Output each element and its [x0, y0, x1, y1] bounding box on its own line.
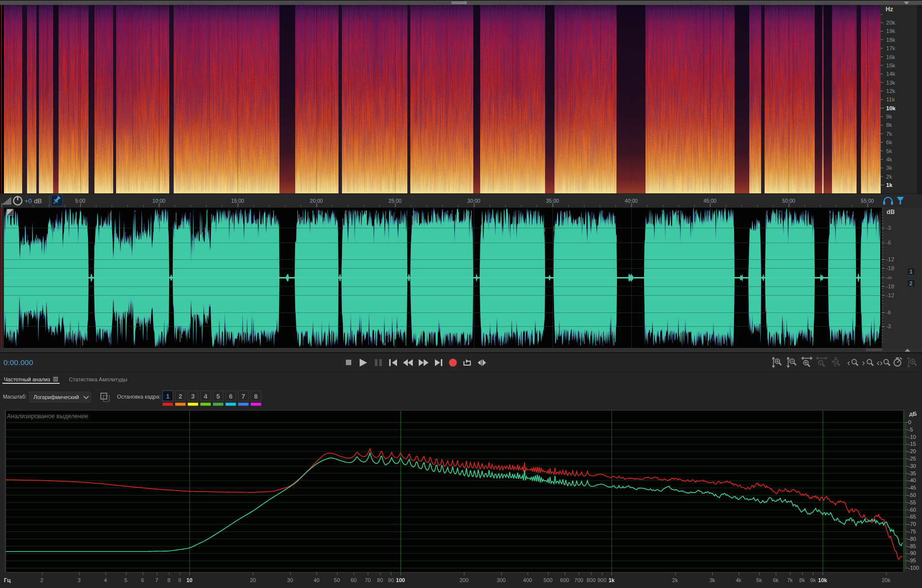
svg-text:8: 8 — [254, 393, 258, 400]
svg-text:9k: 9k — [886, 114, 892, 120]
svg-text:500: 500 — [544, 577, 553, 583]
svg-text:4k: 4k — [736, 577, 741, 583]
svg-text:3: 3 — [78, 577, 81, 583]
svg-text:6: 6 — [141, 577, 144, 583]
svg-text:-∞: -∞ — [886, 275, 892, 280]
svg-text:dB: dB — [887, 209, 895, 216]
svg-text:30: 30 — [287, 577, 293, 583]
svg-text:2: 2 — [909, 280, 912, 286]
svg-text:-30: -30 — [908, 463, 916, 469]
svg-text:5: 5 — [216, 393, 220, 400]
svg-text:-3: -3 — [886, 225, 891, 231]
svg-text:100: 100 — [396, 577, 405, 583]
svg-text:400: 400 — [523, 577, 532, 583]
svg-text:16k: 16k — [886, 54, 895, 60]
svg-text:18k: 18k — [886, 37, 895, 43]
svg-text:19k: 19k — [886, 28, 895, 34]
svg-text:8: 8 — [167, 577, 170, 583]
svg-text:-18: -18 — [886, 265, 894, 271]
svg-text:7k: 7k — [787, 577, 793, 583]
svg-text:-20: -20 — [908, 448, 916, 454]
svg-text:Масштаб:: Масштаб: — [3, 394, 27, 400]
svg-text:-55: -55 — [908, 499, 916, 505]
svg-text:300: 300 — [497, 577, 506, 583]
svg-text:15k: 15k — [886, 62, 895, 68]
svg-text:1k: 1k — [609, 577, 615, 583]
svg-text:-60: -60 — [908, 507, 916, 513]
svg-text:3: 3 — [191, 393, 195, 400]
svg-text:1k: 1k — [886, 182, 892, 188]
svg-text:дБ: дБ — [909, 411, 917, 417]
svg-text:800: 800 — [586, 577, 595, 583]
svg-text:3k: 3k — [709, 577, 715, 583]
svg-text:-90: -90 — [908, 550, 916, 556]
svg-text:35:00: 35:00 — [546, 198, 559, 204]
svg-text:-65: -65 — [908, 514, 916, 520]
svg-text:10: 10 — [186, 577, 192, 583]
svg-text:7k: 7k — [886, 131, 892, 137]
svg-text:‹›: ‹› — [877, 358, 883, 368]
svg-text:20k: 20k — [882, 577, 891, 583]
svg-text:70: 70 — [365, 577, 370, 583]
svg-text:6k: 6k — [886, 139, 892, 145]
svg-text:-18: -18 — [886, 283, 894, 289]
svg-text:2: 2 — [40, 577, 43, 583]
svg-text:Статистика Амплитуды: Статистика Амплитуды — [69, 376, 127, 382]
svg-text:80: 80 — [377, 577, 383, 583]
svg-text:-12: -12 — [886, 256, 894, 262]
svg-text:Частотный анализ: Частотный анализ — [4, 376, 50, 382]
svg-text:-6: -6 — [886, 240, 891, 246]
svg-text:7: 7 — [155, 577, 158, 583]
svg-text:9: 9 — [178, 577, 181, 583]
svg-text:11k: 11k — [886, 96, 895, 102]
svg-text:6k: 6k — [773, 577, 779, 583]
svg-text:13k: 13k — [886, 80, 895, 86]
svg-text:2k: 2k — [886, 174, 892, 180]
svg-text:5:00: 5:00 — [75, 198, 86, 204]
svg-text:30:00: 30:00 — [467, 198, 480, 204]
svg-text:-100: -100 — [908, 565, 919, 571]
svg-text:20:00: 20:00 — [310, 198, 323, 204]
svg-text:‹: ‹ — [847, 358, 850, 368]
svg-text:8k: 8k — [886, 122, 892, 128]
svg-text:6: 6 — [229, 393, 232, 400]
svg-text:-3: -3 — [886, 323, 891, 329]
svg-text:Hz: Hz — [886, 6, 893, 13]
svg-text:7: 7 — [242, 393, 245, 400]
svg-text:200: 200 — [460, 577, 468, 583]
svg-text:-10: -10 — [908, 434, 916, 440]
svg-text:900: 900 — [597, 577, 606, 583]
svg-text:20: 20 — [250, 577, 256, 583]
svg-text:5k: 5k — [756, 577, 762, 583]
svg-text:Гц: Гц — [4, 577, 11, 583]
svg-text:10k: 10k — [818, 577, 828, 583]
svg-text:17k: 17k — [886, 45, 895, 51]
svg-text:-50: -50 — [908, 492, 916, 498]
svg-text:-5: -5 — [908, 427, 913, 433]
svg-text:dB: dB — [34, 197, 42, 205]
svg-text:9k: 9k — [810, 577, 816, 583]
svg-text:12k: 12k — [886, 88, 895, 94]
svg-text:55:00: 55:00 — [861, 198, 874, 204]
svg-text:-15: -15 — [908, 441, 916, 447]
svg-text:90: 90 — [388, 577, 394, 583]
svg-text:-12: -12 — [886, 292, 894, 298]
svg-text:20k: 20k — [886, 20, 895, 26]
svg-text:Остановка кадра:: Остановка кадра: — [117, 394, 161, 400]
svg-text:-45: -45 — [908, 485, 916, 491]
svg-text:2k: 2k — [672, 577, 678, 583]
svg-text:Логарифмический: Логарифмический — [33, 394, 79, 400]
svg-text:1: 1 — [166, 393, 169, 400]
svg-text:-70: -70 — [908, 521, 916, 527]
svg-text:10k: 10k — [886, 105, 896, 111]
svg-text:-25: -25 — [908, 456, 916, 462]
svg-text:-40: -40 — [908, 477, 916, 483]
svg-text:-6: -6 — [886, 309, 891, 315]
svg-text:40:00: 40:00 — [625, 198, 638, 204]
svg-text:60: 60 — [351, 577, 357, 583]
svg-text:50:00: 50:00 — [782, 198, 795, 204]
svg-text:+0: +0 — [25, 197, 32, 205]
svg-text:600: 600 — [560, 577, 569, 583]
svg-text:10:00: 10:00 — [153, 198, 165, 204]
svg-text:5k: 5k — [886, 148, 892, 154]
